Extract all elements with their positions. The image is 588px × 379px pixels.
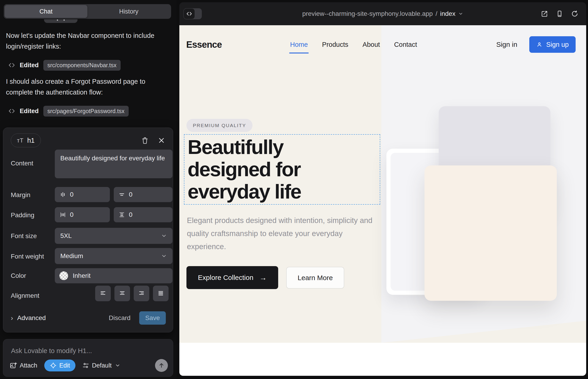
mobile-view-button[interactable] <box>555 9 565 19</box>
hero-heading[interactable]: Beautifully designed for everyday life <box>187 136 348 203</box>
nav-link-products[interactable]: Products <box>322 41 348 48</box>
color-swatch <box>59 271 68 280</box>
align-center-button[interactable] <box>114 286 130 301</box>
send-button[interactable] <box>155 359 168 372</box>
refresh-button[interactable] <box>570 9 580 19</box>
composer-toolbar: Attach Edit Default <box>10 359 168 372</box>
attach-label: Attach <box>20 362 37 369</box>
file-badge[interactable]: src/components/Navbar.tsx <box>43 60 121 71</box>
font-size-select[interactable]: 5XL <box>55 228 172 244</box>
learn-more-button[interactable]: Learn More <box>286 267 344 289</box>
align-right-button[interactable] <box>134 286 149 301</box>
chrome-actions <box>539 9 580 19</box>
arrow-up-icon <box>158 362 165 369</box>
align-right-icon <box>138 289 145 297</box>
site-logo[interactable]: Essence <box>186 39 222 50</box>
nav-link-about[interactable]: About <box>363 41 380 48</box>
margin-x-input[interactable]: 0 <box>55 187 110 202</box>
element-tag-pill[interactable]: тT h1 <box>11 134 41 147</box>
preview-window: preview--charming-site-symphony.lovable.… <box>179 2 586 376</box>
content-label: Content <box>11 160 33 167</box>
code-icon <box>8 108 15 114</box>
sign-up-label: Sign up <box>546 41 569 48</box>
discard-button[interactable]: Discard <box>109 314 130 322</box>
advanced-label: Advanced <box>17 314 46 322</box>
delete-element-button[interactable] <box>140 135 150 145</box>
mobile-icon <box>556 10 563 17</box>
attach-icon <box>10 362 17 369</box>
hero-description: Elegant products designed with intention… <box>187 214 373 253</box>
advanced-toggle[interactable]: › Advanced <box>11 314 46 322</box>
chat-message: Now let's update the Navbar component to… <box>6 30 168 52</box>
panel-footer: › Advanced Discard Save <box>11 311 166 325</box>
chevron-right-icon: › <box>11 314 13 322</box>
margin-label: Margin <box>11 191 31 199</box>
padding-x-value: 0 <box>70 211 74 218</box>
url-page: index <box>440 10 455 17</box>
font-weight-value: Medium <box>60 252 83 260</box>
align-justify-button[interactable] <box>153 286 169 301</box>
edited-file-row: Edited src/pages/ForgotPassword.tsx <box>8 105 129 117</box>
composer-input[interactable] <box>11 347 162 355</box>
url-host: preview--charming-site-symphony.lovable.… <box>302 10 433 17</box>
font-size-value: 5XL <box>60 232 72 239</box>
code-icon <box>8 62 15 69</box>
chat-sidebar: Chat History Now let's update the Navbar… <box>0 0 177 379</box>
explore-collection-label: Explore Collection <box>198 274 253 282</box>
padding-x-input[interactable]: 0 <box>55 207 110 222</box>
external-link-icon <box>541 10 548 17</box>
close-panel-button[interactable] <box>156 135 167 145</box>
trash-icon <box>141 137 149 144</box>
chat-composer: Attach Edit Default <box>3 339 173 377</box>
type-icon: тT <box>17 137 24 144</box>
content-input[interactable]: Beautifully designed for everyday life <box>55 150 172 178</box>
sign-up-button[interactable]: Sign up <box>529 36 576 53</box>
explore-collection-button[interactable]: Explore Collection → <box>186 266 278 289</box>
file-badge[interactable]: src/pages/ForgotPassword.tsx <box>43 106 129 117</box>
decorative-card-cream <box>424 165 557 301</box>
padding-y-input[interactable]: 0 <box>114 207 172 222</box>
browser-chrome: preview--charming-site-symphony.lovable.… <box>179 2 586 25</box>
scrolled-message-pill <box>44 19 77 23</box>
nav-links: Home Products About Contact <box>290 41 417 48</box>
margin-y-input[interactable]: 0 <box>114 187 172 202</box>
chat-message: I should also create a Forgot Password p… <box>6 76 168 98</box>
padding-x-icon <box>59 211 66 218</box>
url-separator: / <box>435 10 437 17</box>
chevron-down-icon <box>115 363 120 368</box>
margin-y-icon <box>118 191 125 198</box>
align-center-icon <box>118 289 126 297</box>
font-weight-select[interactable]: Medium <box>55 248 172 264</box>
nav-link-contact[interactable]: Contact <box>394 41 417 48</box>
user-icon <box>536 41 542 48</box>
edit-label: Edit <box>59 362 70 369</box>
margin-y-value: 0 <box>129 191 133 198</box>
url-bar[interactable]: preview--charming-site-symphony.lovable.… <box>179 2 586 25</box>
align-left-button[interactable] <box>95 286 111 301</box>
close-icon <box>158 137 165 144</box>
alignment-group <box>95 286 169 301</box>
site-navbar: Essence Home Products About Contact Sign… <box>186 36 576 53</box>
target-icon <box>50 362 57 369</box>
attach-button[interactable]: Attach <box>10 362 37 369</box>
edited-label: Edited <box>20 108 39 115</box>
padding-y-icon <box>118 211 125 218</box>
edit-mode-button[interactable]: Edit <box>44 360 76 371</box>
save-button[interactable]: Save <box>139 311 166 325</box>
open-external-button[interactable] <box>539 9 549 19</box>
alignment-label: Alignment <box>11 292 39 300</box>
nav-link-home[interactable]: Home <box>290 41 308 48</box>
margin-x-icon <box>59 191 66 198</box>
element-editor-panel: тT h1 Content Beautifully designed for e… <box>3 127 173 332</box>
tab-chat[interactable]: Chat <box>5 5 87 18</box>
color-field[interactable]: Inherit <box>55 268 172 283</box>
padding-label: Padding <box>11 211 34 219</box>
padding-y-value: 0 <box>129 211 133 218</box>
align-justify-icon <box>157 289 165 297</box>
sign-in-link[interactable]: Sign in <box>496 41 517 48</box>
default-mode-button[interactable]: Default <box>82 362 120 369</box>
font-size-label: Font size <box>11 232 37 240</box>
tab-history[interactable]: History <box>87 5 170 18</box>
element-tag-label: h1 <box>27 137 35 144</box>
refresh-icon <box>571 10 578 17</box>
